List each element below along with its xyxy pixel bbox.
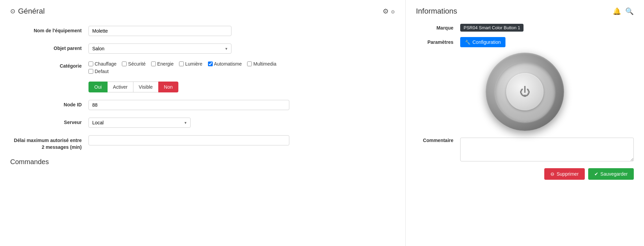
label-defaut: Defaut	[95, 69, 109, 74]
right-header-icons: 🔔 🔍	[613, 7, 634, 15]
marque-badge: PSR04 Smart Color Button 1	[460, 24, 524, 32]
activation-row: Oui Activer Visible Non	[10, 82, 289, 92]
supprimer-button[interactable]: ⊖ Supprimer	[544, 168, 585, 180]
category-securite: Sécurité	[122, 61, 145, 67]
nom-equipement-input[interactable]	[88, 26, 231, 36]
node-id-control	[88, 100, 289, 110]
nom-equipement-row: Nom de l'équipement	[10, 26, 289, 36]
gear-icon: ⚙	[383, 7, 389, 15]
category-automatisme: Automatisme	[208, 61, 242, 67]
non-button[interactable]: Non	[158, 82, 179, 92]
serveur-select[interactable]: Local	[88, 118, 191, 128]
activation-label-spacer	[10, 82, 88, 84]
serveur-label: Serveur	[10, 118, 88, 125]
category-defaut: Defaut	[88, 69, 109, 74]
node-id-label: Node ID	[10, 100, 88, 107]
marque-row: Marque PSR04 Smart Color Button 1	[416, 24, 634, 32]
supprimer-label: Supprimer	[557, 171, 579, 177]
parametres-row: Paramètres 🔧 Configuration	[416, 37, 634, 47]
node-id-row: Node ID	[10, 100, 289, 110]
categorie-control: Chauffage Sécurité Energie Lumière	[88, 61, 289, 74]
activer-button[interactable]: Activer	[108, 82, 133, 92]
serveur-control: Local	[88, 118, 289, 128]
objet-parent-row: Objet parent Salon	[10, 43, 289, 54]
commandes-title: Commandes	[10, 158, 395, 166]
nom-equipement-control	[88, 26, 289, 36]
device-image-container: ⏻	[416, 53, 634, 131]
wrench-icon: 🔧	[465, 40, 470, 45]
label-chauffage: Chauffage	[95, 61, 116, 67]
checkbox-automatisme[interactable]	[208, 62, 213, 66]
knob-button: ⏻	[506, 73, 544, 110]
checkbox-securite[interactable]	[122, 62, 127, 66]
page-title: ⊙ Général	[10, 7, 45, 16]
checkbox-lumiere[interactable]	[179, 62, 184, 66]
back-icon[interactable]: ⊙	[10, 7, 15, 15]
delai-label: Délai maximum autorisé entre 2 messages …	[10, 135, 88, 151]
commentaire-label: Commentaire	[416, 138, 460, 143]
delai-control	[88, 135, 289, 145]
objet-parent-label: Objet parent	[10, 43, 88, 51]
label-lumiere: Lumière	[185, 61, 203, 67]
right-panel: Informations 🔔 🔍 Marque PSR04 Smart Colo…	[406, 0, 644, 246]
objet-parent-select-wrapper: Salon	[88, 43, 231, 54]
left-header: ⊙ Général ⚙ ⚙	[10, 7, 395, 16]
bell-icon[interactable]: 🔔	[613, 7, 621, 15]
search-icon[interactable]: 🔍	[625, 7, 634, 15]
config-btn-label: Configuration	[472, 39, 501, 45]
knob-inner: ⏻	[495, 62, 555, 122]
save-icon: ✔	[594, 171, 598, 177]
commentaire-row: Commentaire	[416, 138, 634, 161]
serveur-row: Serveur Local	[10, 118, 289, 128]
general-form: Nom de l'équipement Objet parent Salon	[10, 26, 289, 151]
visible-button[interactable]: Visible	[133, 82, 158, 92]
right-bottom-buttons: ⊖ Supprimer ✔ Sauvegarder	[416, 168, 634, 180]
sauvegarder-label: Sauvegarder	[600, 171, 628, 177]
gear-extra-icon: ⚙	[391, 9, 395, 15]
configuration-button[interactable]: 🔧 Configuration	[460, 37, 505, 47]
categories-wrapper: Chauffage Sécurité Energie Lumière	[88, 61, 289, 74]
serveur-select-wrapper: Local	[88, 118, 191, 128]
parametres-label: Paramètres	[416, 39, 460, 45]
categorie-label: Catégorie	[10, 61, 88, 69]
activation-btn-group: Oui Activer Visible Non	[88, 82, 289, 92]
oui-button[interactable]: Oui	[88, 82, 108, 92]
delai-row: Délai maximum autorisé entre 2 messages …	[10, 135, 289, 151]
activation-control: Oui Activer Visible Non	[88, 82, 289, 92]
category-chauffage: Chauffage	[88, 61, 116, 67]
sauvegarder-button[interactable]: ✔ Sauvegarder	[588, 168, 634, 180]
gear-button[interactable]: ⚙ ⚙	[383, 7, 395, 15]
checkbox-multimedia[interactable]	[247, 62, 252, 66]
checkbox-energie[interactable]	[151, 62, 156, 66]
objet-parent-select[interactable]: Salon	[88, 43, 231, 54]
node-id-input[interactable]	[88, 100, 289, 110]
delai-input[interactable]	[88, 135, 289, 145]
category-multimedia: Multimedia	[247, 61, 276, 67]
nom-equipement-label: Nom de l'équipement	[10, 26, 88, 33]
device-knob: ⏻	[486, 53, 564, 131]
left-panel: ⊙ Général ⚙ ⚙ Nom de l'équipement Objet …	[0, 0, 406, 246]
marque-label: Marque	[416, 25, 460, 31]
power-icon: ⏻	[519, 86, 530, 97]
label-multimedia: Multimedia	[253, 61, 276, 67]
label-securite: Sécurité	[128, 61, 145, 67]
checkbox-chauffage[interactable]	[88, 62, 93, 66]
commentaire-textarea[interactable]	[460, 138, 634, 161]
checkbox-defaut[interactable]	[88, 69, 93, 74]
categorie-row: Catégorie Chauffage Sécurité	[10, 61, 289, 74]
informations-title: Informations	[416, 7, 457, 16]
category-lumiere: Lumière	[179, 61, 203, 67]
label-automatisme: Automatisme	[214, 61, 242, 67]
delete-icon: ⊖	[550, 171, 554, 177]
label-energie: Energie	[157, 61, 174, 67]
category-energie: Energie	[151, 61, 174, 67]
objet-parent-control: Salon	[88, 43, 289, 54]
right-header: Informations 🔔 🔍	[416, 7, 634, 16]
general-title: Général	[18, 7, 45, 16]
